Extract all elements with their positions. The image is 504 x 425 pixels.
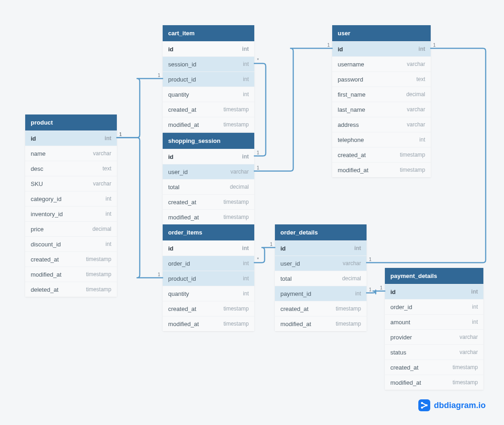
table-row[interactable]: payment_idint bbox=[275, 286, 367, 301]
table-row[interactable]: modified_attimestamp bbox=[163, 209, 254, 224]
table-row[interactable]: providervarchar bbox=[385, 329, 483, 344]
table-header[interactable]: product bbox=[25, 114, 117, 131]
table-row[interactable]: modified_attimestamp bbox=[275, 316, 367, 331]
table-row[interactable]: session_idint bbox=[163, 56, 254, 71]
column-name: status bbox=[390, 349, 406, 356]
table-row[interactable]: category_idint bbox=[25, 191, 117, 206]
column-type: timestamp bbox=[224, 321, 249, 327]
column-name: modified_at bbox=[31, 271, 61, 278]
table-payment_details[interactable]: payment_detailsidintorder_idintamountint… bbox=[385, 268, 483, 390]
column-type: int bbox=[105, 241, 111, 247]
table-row[interactable]: quantityint bbox=[163, 87, 254, 102]
table-row[interactable]: created_attimestamp bbox=[275, 301, 367, 316]
column-name: created_at bbox=[168, 106, 196, 113]
table-header[interactable]: shopping_session bbox=[163, 133, 254, 149]
table-row[interactable]: namevarchar bbox=[25, 146, 117, 161]
column-name: created_at bbox=[31, 256, 59, 263]
table-row[interactable]: created_attimestamp bbox=[163, 194, 254, 209]
column-type: int bbox=[472, 304, 478, 310]
table-row[interactable]: idint bbox=[163, 240, 254, 256]
column-type: int bbox=[243, 61, 249, 67]
table-row[interactable]: idint bbox=[25, 131, 117, 146]
table-row[interactable]: last_namevarchar bbox=[332, 102, 431, 117]
table-row[interactable]: modified_attimestamp bbox=[163, 316, 254, 331]
table-row[interactable]: usernamevarchar bbox=[332, 56, 431, 71]
column-name: modified_at bbox=[168, 214, 199, 221]
column-type: int bbox=[419, 136, 425, 143]
column-type: varchar bbox=[407, 61, 425, 67]
table-cart_item[interactable]: cart_itemidintsession_idintproduct_idint… bbox=[163, 25, 254, 132]
table-row[interactable]: idint bbox=[385, 284, 483, 299]
table-row[interactable]: passwordtext bbox=[332, 71, 431, 87]
column-name: modified_at bbox=[338, 167, 368, 174]
table-header[interactable]: user bbox=[332, 25, 431, 41]
table-header[interactable]: cart_item bbox=[163, 25, 254, 41]
table-row[interactable]: modified_attimestamp bbox=[332, 162, 431, 177]
table-header[interactable]: payment_details bbox=[385, 268, 483, 284]
column-name: created_at bbox=[390, 364, 418, 371]
table-row[interactable]: modified_attimestamp bbox=[163, 117, 254, 132]
table-row[interactable]: inventory_idint bbox=[25, 206, 117, 221]
diagram-canvas[interactable]: productidintnamevarchardesctextSKUvarcha… bbox=[0, 0, 504, 425]
column-type: int bbox=[243, 290, 249, 297]
column-name: session_id bbox=[168, 61, 196, 68]
column-type: timestamp bbox=[86, 286, 111, 293]
table-row[interactable]: order_idint bbox=[163, 256, 254, 271]
table-row[interactable]: idint bbox=[275, 240, 367, 256]
table-row[interactable]: modified_attimestamp bbox=[385, 375, 483, 390]
table-row[interactable]: amountint bbox=[385, 314, 483, 329]
table-row[interactable]: statusvarchar bbox=[385, 344, 483, 360]
column-name: order_id bbox=[168, 260, 190, 267]
column-type: timestamp bbox=[453, 364, 478, 371]
column-type: int bbox=[418, 46, 425, 52]
table-row[interactable]: totaldecimal bbox=[163, 179, 254, 194]
table-row[interactable]: created_attimestamp bbox=[25, 251, 117, 267]
table-row[interactable]: first_namedecimal bbox=[332, 87, 431, 102]
column-type: int bbox=[242, 245, 249, 251]
table-row[interactable]: addressvarchar bbox=[332, 117, 431, 132]
column-type: int bbox=[243, 275, 249, 282]
table-row[interactable]: idint bbox=[163, 41, 254, 56]
table-row[interactable]: SKUvarchar bbox=[25, 176, 117, 191]
table-row[interactable]: created_attimestamp bbox=[385, 360, 483, 375]
column-type: timestamp bbox=[224, 106, 249, 113]
table-user[interactable]: useridintusernamevarcharpasswordtextfirs… bbox=[332, 25, 431, 177]
table-row[interactable]: user_idvarchar bbox=[163, 164, 254, 179]
column-name: id bbox=[31, 135, 36, 142]
column-name: amount bbox=[390, 319, 410, 326]
table-order_details[interactable]: order_detailsidintuser_idvarchartotaldec… bbox=[275, 224, 367, 331]
column-type: varchar bbox=[93, 180, 111, 187]
table-row[interactable]: product_idint bbox=[163, 71, 254, 87]
table-row[interactable]: telephoneint bbox=[332, 132, 431, 147]
table-row[interactable]: order_idint bbox=[385, 299, 483, 314]
column-type: timestamp bbox=[86, 271, 111, 278]
table-row[interactable]: desctext bbox=[25, 161, 117, 176]
table-row[interactable]: modified_attimestamp bbox=[25, 267, 117, 282]
table-row[interactable]: deleted_attimestamp bbox=[25, 282, 117, 297]
table-header[interactable]: order_items bbox=[163, 224, 254, 240]
table-row[interactable]: created_attimestamp bbox=[163, 102, 254, 117]
table-product[interactable]: productidintnamevarchardesctextSKUvarcha… bbox=[25, 114, 117, 297]
table-row[interactable]: totaldecimal bbox=[275, 271, 367, 286]
table-order_items[interactable]: order_itemsidintorder_idintproduct_idint… bbox=[163, 224, 254, 331]
column-type: text bbox=[103, 165, 111, 172]
table-row[interactable]: user_idvarchar bbox=[275, 256, 367, 271]
table-row[interactable]: idint bbox=[163, 149, 254, 164]
table-header[interactable]: order_details bbox=[275, 224, 367, 240]
column-name: name bbox=[31, 150, 46, 157]
brand-icon bbox=[418, 399, 430, 411]
column-name: username bbox=[338, 61, 364, 68]
table-row[interactable]: created_attimestamp bbox=[332, 147, 431, 162]
table-shopping_session[interactable]: shopping_sessionidintuser_idvarchartotal… bbox=[163, 133, 254, 224]
table-row[interactable]: discount_idint bbox=[25, 236, 117, 251]
column-name: order_id bbox=[390, 304, 412, 311]
column-name: id bbox=[338, 46, 343, 53]
brand-text: dbdiagram.io bbox=[434, 401, 486, 410]
table-row[interactable]: idint bbox=[332, 41, 431, 56]
table-row[interactable]: product_idint bbox=[163, 271, 254, 286]
table-row[interactable]: quantityint bbox=[163, 286, 254, 301]
column-type: int bbox=[242, 153, 249, 160]
table-row[interactable]: pricedecimal bbox=[25, 221, 117, 236]
table-row[interactable]: created_attimestamp bbox=[163, 301, 254, 316]
column-type: int bbox=[105, 211, 111, 217]
